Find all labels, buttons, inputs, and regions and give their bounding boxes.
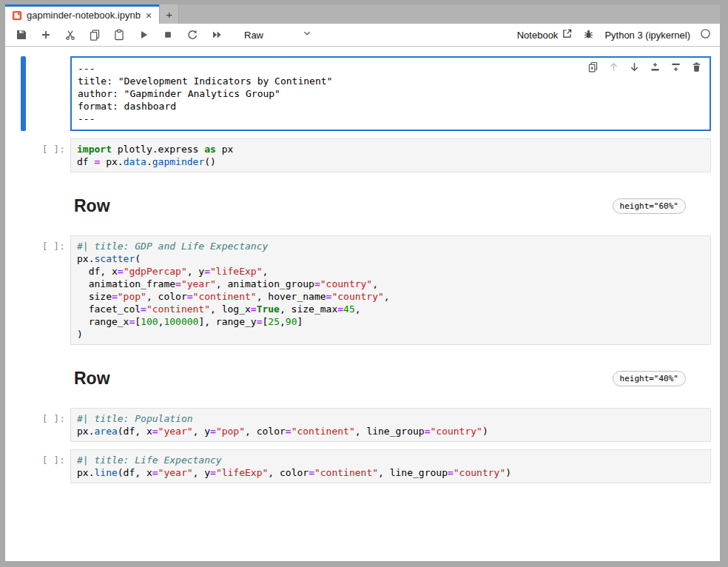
- cell-toolbar: [587, 61, 702, 73]
- stop-icon: [162, 29, 174, 41]
- paste-icon: [113, 29, 125, 41]
- kernel-name[interactable]: Python 3 (ipykernel): [604, 30, 690, 41]
- fast-forward-icon: [211, 29, 223, 41]
- code-cell-row: [ ]: #| title: GDP and Life Expectancypx…: [5, 235, 711, 345]
- code-cell[interactable]: #| title: Life Expectancypx.line(df, x="…: [70, 449, 711, 483]
- delete-cell-button[interactable]: [691, 61, 702, 73]
- restart-kernel-button[interactable]: [185, 27, 200, 42]
- cell-type-value: Raw: [244, 30, 263, 41]
- tab-label: gapminder-notebook.ipynb: [27, 10, 141, 21]
- markdown-cell-row: Row height="60%": [5, 195, 711, 217]
- copy-cells-button[interactable]: [87, 27, 102, 42]
- notebook-content: ---title: "Development Indicators by Con…: [5, 47, 720, 561]
- code-cell-row: [ ]: #| title: Populationpx.area(df, x="…: [5, 408, 711, 442]
- notebook-menu-label: Notebook: [517, 30, 559, 41]
- restart-run-all-button[interactable]: [209, 27, 224, 42]
- bug-icon: [583, 28, 594, 41]
- duplicate-icon: [587, 61, 599, 73]
- cell-collapser[interactable]: [21, 56, 26, 131]
- raw-cell[interactable]: ---title: "Development Indicators by Con…: [70, 56, 711, 131]
- toolbar-right: Notebook Python 3 (ipykernel): [517, 27, 711, 42]
- duplicate-cell-button[interactable]: [587, 61, 599, 73]
- tab-close-icon[interactable]: ×: [145, 10, 152, 21]
- restart-icon: [186, 29, 198, 41]
- run-icon: [138, 29, 149, 41]
- code-cell[interactable]: #| title: GDP and Life Expectancypx.scat…: [70, 235, 711, 345]
- markdown-cell[interactable]: Row height="40%": [70, 367, 711, 389]
- add-cell-button[interactable]: [38, 27, 53, 42]
- cut-icon: [64, 29, 76, 41]
- cell-type-dropdown[interactable]: Raw: [244, 28, 312, 41]
- code-cell[interactable]: import plotly.express as pxdf = px.data.…: [70, 138, 711, 172]
- delete-icon: [691, 61, 702, 73]
- height-badge: height="40%": [613, 371, 686, 386]
- add-cell-icon: [40, 29, 52, 41]
- cell-gutter: [5, 367, 70, 389]
- move-cell-up-button[interactable]: [608, 61, 619, 73]
- jupyterlab-window: gapminder-notebook.ipynb × +: [5, 4, 720, 561]
- new-tab-button[interactable]: +: [159, 4, 179, 24]
- markdown-heading: Row: [74, 195, 110, 217]
- cell-gutter: [ ]:: [5, 235, 70, 345]
- cell-prompt: [ ]:: [5, 449, 70, 466]
- markdown-cell-row: Row height="40%": [5, 367, 711, 389]
- cell-gutter: [ ]:: [5, 449, 70, 483]
- copy-icon: [89, 29, 101, 41]
- cut-cells-button[interactable]: [63, 27, 78, 42]
- cell-gutter: [ ]:: [5, 138, 70, 172]
- plus-icon: +: [166, 8, 172, 21]
- insert-below-icon: [670, 61, 681, 73]
- external-link-icon: [562, 28, 573, 41]
- interrupt-kernel-button[interactable]: [161, 27, 175, 42]
- run-button[interactable]: [136, 27, 151, 42]
- move-up-icon: [608, 61, 619, 73]
- notebook-menu[interactable]: Notebook: [517, 28, 573, 41]
- chevron-down-icon: [263, 28, 312, 41]
- cell-gutter: [ ]:: [5, 408, 70, 442]
- save-icon: [16, 29, 27, 41]
- cell-gutter: [5, 56, 70, 131]
- height-badge: height="60%": [613, 198, 686, 214]
- move-cell-down-button[interactable]: [629, 61, 640, 73]
- raw-cell-row: ---title: "Development Indicators by Con…: [5, 56, 711, 131]
- paste-cells-button[interactable]: [112, 27, 127, 42]
- tab-bar: gapminder-notebook.ipynb × +: [5, 4, 720, 24]
- cell-prompt: [ ]:: [5, 138, 70, 155]
- kernel-status-icon[interactable]: [700, 28, 711, 42]
- notebook-toolbar: Raw Notebook Python 3 (ipykernel): [5, 24, 720, 47]
- notebook-file-icon: [12, 10, 22, 21]
- markdown-heading: Row: [74, 367, 110, 389]
- debugger-button[interactable]: [582, 27, 595, 42]
- cell-prompt: [ ]:: [5, 235, 70, 252]
- move-down-icon: [629, 61, 640, 73]
- tab-gapminder-notebook[interactable]: gapminder-notebook.ipynb ×: [5, 4, 159, 24]
- insert-cell-above-button[interactable]: [650, 61, 661, 73]
- insert-above-icon: [650, 61, 661, 73]
- cell-gutter: [5, 195, 70, 217]
- save-button[interactable]: [14, 27, 29, 42]
- insert-cell-below-button[interactable]: [670, 61, 681, 73]
- code-cell[interactable]: #| title: Populationpx.area(df, x="year"…: [70, 408, 711, 442]
- markdown-cell[interactable]: Row height="60%": [70, 195, 711, 217]
- code-cell-row: [ ]: #| title: Life Expectancypx.line(df…: [5, 449, 711, 483]
- code-cell-row: [ ]: import plotly.express as pxdf = px.…: [5, 138, 711, 172]
- cell-prompt: [ ]:: [5, 408, 70, 424]
